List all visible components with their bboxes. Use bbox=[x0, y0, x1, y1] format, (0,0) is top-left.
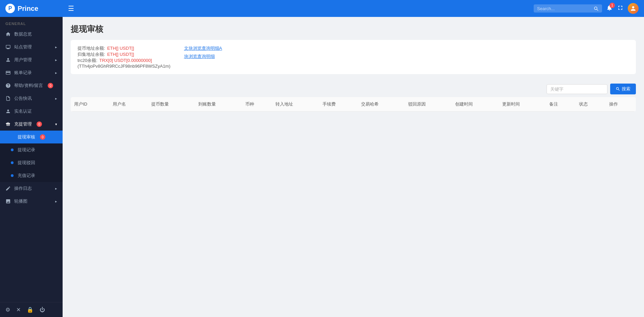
sidebar-bottom: ⚙ ✕ 🔒 ⏻ bbox=[0, 302, 63, 317]
sidebar-item-dashboard[interactable]: 数据总览 bbox=[0, 28, 63, 41]
col-user-id: 用户ID bbox=[71, 97, 109, 112]
col-create-time: 创建时间 bbox=[452, 97, 499, 112]
arrow-icon: ▸ bbox=[55, 96, 57, 101]
sidebar-item-real-name[interactable]: 实名认证 bbox=[0, 105, 63, 118]
dot-icon bbox=[11, 136, 14, 138]
page-title: 提现审核 bbox=[71, 24, 636, 35]
recharge-manage-badge: 0 bbox=[37, 121, 42, 127]
notification-bell[interactable]: 1 bbox=[606, 4, 613, 13]
col-withdraw-amount: 提币数量 bbox=[148, 97, 195, 112]
settings-icon[interactable]: ⚙ bbox=[5, 307, 10, 313]
search-btn-icon bbox=[616, 87, 620, 91]
sidebar-item-notice[interactable]: 公告快讯 ▸ bbox=[0, 92, 63, 105]
return-balance-label: 归集地址余额: bbox=[77, 51, 105, 58]
sidebar-item-recharge-manage[interactable]: 充提管理 0 ▾ bbox=[0, 118, 63, 131]
coin-balance-value: ETH[] USDT[] bbox=[107, 46, 134, 51]
col-action: 操作 bbox=[606, 97, 636, 112]
sidebar-item-withdraw-return[interactable]: 提现驳回 bbox=[0, 156, 63, 169]
search-box[interactable] bbox=[534, 4, 602, 13]
data-table: 用户ID 用户名 提币数量 到账数量 币种 转入地址 手续费 交易哈希 驳回原因… bbox=[71, 97, 636, 112]
dot-icon bbox=[11, 174, 14, 177]
main-content: 提现审核 提币地址余额: ETH[] USDT[] 归集地址余额: ETH[] … bbox=[63, 17, 644, 317]
image-icon bbox=[5, 199, 11, 204]
info-card: 提币地址余额: ETH[] USDT[] 归集地址余额: ETH[] USDT[… bbox=[71, 40, 636, 74]
withdraw-audit-badge: 0 bbox=[40, 134, 45, 140]
data-table-container: 用户ID 用户名 提币数量 到账数量 币种 转入地址 手续费 交易哈希 驳回原因… bbox=[71, 97, 636, 112]
sidebar-item-site-manage[interactable]: 站点管理 ▸ bbox=[0, 41, 63, 53]
return-balance-row: 归集地址余额: ETH[] USDT[] bbox=[77, 51, 171, 58]
block-link-2[interactable]: 块浏览查询明细 bbox=[184, 53, 222, 60]
dot-icon bbox=[11, 149, 14, 151]
person-icon bbox=[5, 109, 11, 114]
help-badge: 0 bbox=[48, 83, 53, 88]
col-remark: 备注 bbox=[546, 97, 576, 112]
home-icon bbox=[5, 31, 11, 37]
dot-icon bbox=[11, 161, 14, 164]
credit-card-icon bbox=[5, 70, 11, 75]
col-username: 用户名 bbox=[109, 97, 148, 112]
trc20-row: trc20余额: TRX[0] USDT[0.00000000] bbox=[77, 58, 171, 64]
coin-balance-row: 提币地址余额: ETH[] USDT[] bbox=[77, 45, 171, 51]
sidebar-item-account-record[interactable]: 账单记录 ▸ bbox=[0, 66, 63, 79]
sidebar-item-withdraw-record[interactable]: 提现记录 bbox=[0, 143, 63, 156]
col-fee: 手续费 bbox=[319, 97, 358, 112]
logo-icon: P bbox=[5, 4, 15, 13]
search-input[interactable] bbox=[537, 6, 591, 11]
return-balance-value: ETH[] USDT[] bbox=[107, 52, 134, 57]
scale-icon bbox=[5, 121, 11, 127]
sidebar: GENERAL 数据总览 站点管理 ▸ 用户管理 ▸ 账单记录 ▸ 帮助/资料/… bbox=[0, 17, 63, 317]
tools-icon[interactable]: ✕ bbox=[16, 307, 21, 313]
address-row: (TTh4joPv8GhR9RCcJF98nb96PF8WSZyA1m) bbox=[77, 64, 171, 69]
col-transfer-address: 转入地址 bbox=[272, 97, 319, 112]
arrow-icon: ▸ bbox=[55, 45, 57, 49]
sidebar-item-recharge-record[interactable]: 充值记录 bbox=[0, 169, 63, 182]
block-link-1[interactable]: 文块浏览查询明细A bbox=[184, 45, 222, 51]
sidebar-item-user-manage[interactable]: 用户管理 ▸ bbox=[0, 53, 63, 66]
col-status: 状态 bbox=[576, 97, 606, 112]
col-reject-reason: 驳回原因 bbox=[405, 97, 452, 112]
arrow-icon: ▸ bbox=[55, 186, 57, 191]
sidebar-item-withdraw-audit[interactable]: 提现审核 0 bbox=[0, 131, 63, 143]
col-currency: 币种 bbox=[242, 97, 272, 112]
top-navbar: P Prince ☰ 1 bbox=[0, 0, 644, 17]
notification-badge: 1 bbox=[609, 3, 615, 8]
trc20-value: TRX[0] USDT[0.00000000] bbox=[99, 58, 152, 63]
search-button[interactable]: 搜索 bbox=[610, 84, 636, 94]
trc20-label: trc20余额: bbox=[77, 58, 97, 64]
edit-icon bbox=[5, 186, 11, 191]
arrow-icon: ▸ bbox=[55, 199, 57, 204]
col-arrival-amount: 到账数量 bbox=[195, 97, 242, 112]
sidebar-item-operation-log[interactable]: 操作日志 ▸ bbox=[0, 182, 63, 195]
lock-icon[interactable]: 🔒 bbox=[27, 307, 34, 313]
sidebar-item-carousel[interactable]: 轮播图 ▸ bbox=[0, 195, 63, 208]
address-value: (TTh4joPv8GhR9RCcJF98nb96PF8WSZyA1m) bbox=[77, 64, 171, 69]
sidebar-submenu-recharge: 提现审核 0 提现记录 提现驳回 充值记录 bbox=[0, 131, 63, 182]
keyword-input[interactable] bbox=[547, 84, 607, 94]
filter-bar: 搜索 bbox=[71, 80, 636, 97]
document-icon bbox=[5, 96, 11, 101]
col-update-time: 更新时间 bbox=[499, 97, 546, 112]
avatar[interactable] bbox=[628, 3, 639, 14]
avatar-initials bbox=[628, 3, 639, 14]
power-icon[interactable]: ⏻ bbox=[40, 307, 45, 313]
app-name: Prince bbox=[18, 5, 38, 13]
col-tx-hash: 交易哈希 bbox=[358, 97, 405, 112]
hamburger-button[interactable]: ☰ bbox=[68, 4, 74, 13]
expand-icon[interactable] bbox=[617, 4, 624, 13]
coin-balance-label: 提币地址余额: bbox=[77, 45, 105, 51]
sidebar-item-help[interactable]: 帮助/资料/留言 0 bbox=[0, 79, 63, 92]
search-icon bbox=[593, 6, 599, 11]
app-logo: P Prince bbox=[5, 4, 68, 13]
sidebar-section-general: GENERAL bbox=[0, 17, 63, 28]
monitor-icon bbox=[5, 44, 11, 50]
user-icon bbox=[5, 57, 11, 63]
arrow-icon: ▸ bbox=[55, 71, 57, 75]
topnav-right: 1 bbox=[534, 3, 639, 14]
arrow-down-icon: ▾ bbox=[55, 122, 57, 127]
help-icon bbox=[5, 83, 11, 88]
arrow-icon: ▸ bbox=[55, 58, 57, 62]
